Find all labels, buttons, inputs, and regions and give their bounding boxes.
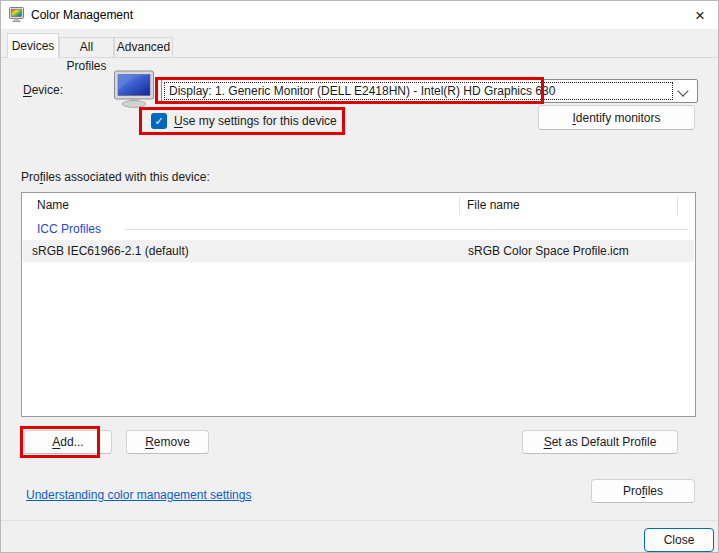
remove-button[interactable]: Remove [126,430,209,454]
cb-label-accesskey: U [174,114,183,128]
device-dropdown[interactable]: Display: 1. Generic Monitor (DELL E2418H… [161,79,698,103]
profiles-list: Name File name ICC Profiles sRGB IEC6196… [21,192,696,417]
add-button[interactable]: Add... [24,430,112,454]
window-title: Color Management [31,8,133,22]
identify-monitors-button[interactable]: Identify monitors [538,105,695,130]
device-dropdown-value: Display: 1. Generic Monitor (DELL E2418H… [165,84,555,98]
profiles-post: iles [645,484,663,498]
tab-devices[interactable]: Devices [7,33,59,58]
footer-divider [1,520,718,521]
group-label: ICC Profiles [37,222,101,236]
understanding-color-management-link[interactable]: Understanding color management settings [26,488,251,502]
device-label: Device: [23,83,63,97]
column-header-file-name[interactable]: File name [467,193,520,218]
profile-name-cell: sRGB IEC61966-2.1 (default) [32,240,189,262]
remove-accesskey: R [145,435,154,449]
device-dropdown-focus-rect: Display: 1. Generic Monitor (DELL E2418H… [164,82,673,100]
setdefault-accesskey: S [544,435,552,449]
cb-label-post: se my settings for this device [183,114,337,128]
column-divider [677,196,678,215]
identify-post: dentify monitors [576,111,661,125]
set-as-default-profile-button[interactable]: Set as Default Profile [522,430,678,454]
remove-post: emove [154,435,190,449]
close-button[interactable]: Close [644,528,714,552]
group-line [125,229,688,230]
profiles-button[interactable]: Profiles [591,479,695,503]
profiles-pre: Pro [623,484,642,498]
color-management-app-icon [9,7,25,23]
device-label-accesskey: D [23,83,32,97]
window-close-button[interactable]: × [684,1,716,29]
column-divider [459,196,460,215]
titlebar: Color Management × [1,1,718,29]
add-post: dd... [60,435,83,449]
use-settings-checkbox[interactable]: ✓ [151,113,167,129]
setdefault-post: et as Default Profile [552,435,657,449]
tab-all-profiles[interactable]: All Profiles [59,37,114,57]
device-label-post: evice: [32,83,63,97]
profile-row[interactable]: sRGB IEC61966-2.1 (default) sRGB Color S… [23,240,694,262]
column-header-name[interactable]: Name [37,193,69,218]
list-header: Name File name [22,193,695,218]
use-settings-checkbox-label[interactable]: Use my settings for this device [174,114,337,128]
assoc-post: iles associated with this device: [43,170,210,184]
icc-profiles-group-header: ICC Profiles [22,218,695,239]
tab-strip-line [1,57,718,58]
color-management-window: Color Management × Devices All Profiles … [0,0,719,553]
check-icon: ✓ [154,116,163,127]
tab-advanced[interactable]: Advanced [114,37,173,57]
profile-file-cell: sRGB Color Space Profile.icm [468,240,629,262]
monitor-icon [112,70,158,108]
close-icon: × [695,7,705,24]
chevron-down-icon[interactable] [677,85,688,96]
assoc-pre: Pro [21,170,40,184]
profiles-associated-label: Profiles associated with this device: [21,170,210,184]
